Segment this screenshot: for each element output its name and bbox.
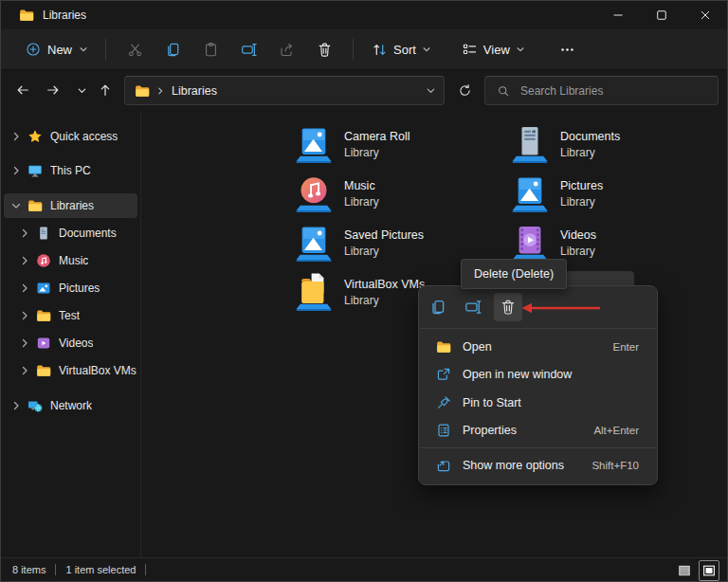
menu-item-properties[interactable]: Properties Alt+Enter <box>423 417 653 446</box>
folder-library-icon <box>296 272 332 312</box>
chevron-right-icon[interactable] <box>19 310 30 321</box>
toolbar-divider <box>105 39 106 60</box>
video-library-icon <box>512 223 548 263</box>
pin-icon <box>436 395 451 410</box>
share-icon <box>279 42 295 58</box>
video-icon <box>36 336 51 351</box>
chevron-down-icon[interactable] <box>10 200 22 211</box>
menu-item-show-more-options[interactable]: Show more options Shift+F10 <box>423 451 653 480</box>
chevron-right-icon[interactable] <box>10 131 22 142</box>
view-button[interactable]: View <box>453 37 534 63</box>
library-item-videos[interactable]: Videos Library <box>504 222 634 264</box>
search-input[interactable] <box>519 83 693 99</box>
sidebar-item-virtualbox-vms[interactable]: VirtualBox VMs <box>4 358 137 383</box>
picture-library-icon <box>512 173 548 213</box>
sidebar-item-documents[interactable]: Documents <box>4 221 137 246</box>
arrow-left-icon <box>15 82 30 98</box>
menu-item-open-in-new-window[interactable]: Open in new window <box>423 361 653 390</box>
rename-quick-action[interactable] <box>459 293 487 321</box>
menu-item-label: Show more options <box>463 459 564 472</box>
annotation-arrow <box>520 301 602 315</box>
delete-tooltip: Delete (Delete) <box>461 259 567 289</box>
clipboard-icon <box>203 42 219 58</box>
sidebar-item-label: Pictures <box>59 282 100 295</box>
folder-icon <box>436 339 451 355</box>
search-box <box>484 76 719 105</box>
menu-item-pin-to-start[interactable]: Pin to Start <box>423 389 653 417</box>
sort-button[interactable]: Sort <box>363 37 440 63</box>
share-button[interactable] <box>267 33 305 65</box>
new-button[interactable]: New <box>18 37 96 62</box>
copy-button[interactable] <box>154 33 191 65</box>
item-type: Library <box>344 194 379 209</box>
sidebar-item-pictures[interactable]: Pictures <box>4 276 137 300</box>
more-options-button[interactable] <box>549 33 587 65</box>
item-type: Library <box>344 293 425 308</box>
view-button-label: View <box>483 43 510 57</box>
properties-icon <box>436 423 451 438</box>
tooltip-text: Delete (Delete) <box>474 267 554 281</box>
picture-library-icon <box>296 223 332 263</box>
library-item-virtualbox-vms[interactable]: VirtualBox VMs Library <box>288 271 433 313</box>
copy-quick-action[interactable] <box>424 293 452 321</box>
item-type: Library <box>344 145 410 160</box>
close-button[interactable] <box>683 1 727 29</box>
network-icon <box>27 398 43 413</box>
sidebar-item-libraries[interactable]: Libraries <box>4 193 137 218</box>
sidebar-item-label: Videos <box>59 336 93 350</box>
trash-icon <box>500 299 517 316</box>
back-button[interactable] <box>9 76 37 104</box>
chevron-right-icon[interactable] <box>19 365 30 376</box>
library-item-pictures[interactable]: Pictures Library <box>504 173 634 214</box>
folder-icon <box>27 198 43 213</box>
chevron-right-icon[interactable] <box>10 165 22 176</box>
chevron-right-icon[interactable] <box>19 255 30 266</box>
rename-button[interactable] <box>229 33 267 65</box>
up-button[interactable] <box>91 76 119 104</box>
picture-library-icon <box>296 124 332 164</box>
details-view-button[interactable] <box>674 560 695 581</box>
library-item-music[interactable]: Music Library <box>288 173 418 214</box>
chevron-right-icon[interactable] <box>19 337 30 349</box>
cut-button[interactable] <box>116 33 154 65</box>
forward-button[interactable] <box>39 76 67 104</box>
sidebar-item-quick-access[interactable]: Quick access <box>4 124 137 149</box>
delete-button[interactable] <box>305 33 343 65</box>
minimize-button[interactable] <box>596 1 640 29</box>
sidebar-item-test[interactable]: Test <box>4 303 137 328</box>
chevron-down-icon <box>77 85 87 96</box>
item-name: Videos <box>560 227 596 244</box>
menu-item-open[interactable]: Open Enter <box>423 333 653 361</box>
refresh-button[interactable] <box>450 76 479 105</box>
large-icons-view-button[interactable] <box>699 560 719 581</box>
library-item-saved-pictures[interactable]: Saved Pictures Library <box>288 222 432 264</box>
chevron-right-icon[interactable] <box>19 282 30 294</box>
sidebar-item-this-pc[interactable]: This PC <box>4 158 137 183</box>
item-name: Saved Pictures <box>344 227 424 244</box>
item-type: Library <box>560 244 596 259</box>
refresh-icon <box>458 83 472 98</box>
toolbar-divider <box>353 39 354 60</box>
library-item-camera-roll[interactable]: Camera Roll Library <box>288 123 418 165</box>
folder-icon <box>36 363 51 378</box>
address-dropdown-icon[interactable] <box>426 85 436 96</box>
sidebar-item-label: VirtualBox VMs <box>59 364 136 377</box>
paste-button[interactable] <box>191 33 229 65</box>
chevron-right-icon[interactable] <box>19 227 30 239</box>
chevron-right-icon[interactable] <box>10 400 22 411</box>
scissors-icon <box>127 42 143 58</box>
sidebar-item-network[interactable]: Network <box>4 393 137 418</box>
rename-icon <box>241 42 257 58</box>
maximize-button[interactable] <box>640 1 683 29</box>
address-bar[interactable]: Libraries <box>124 76 445 105</box>
sidebar-item-videos[interactable]: Videos <box>4 331 137 355</box>
breadcrumb[interactable]: Libraries <box>172 84 217 98</box>
sidebar-item-music[interactable]: Music <box>4 248 137 273</box>
status-divider <box>145 564 146 575</box>
window-title: Libraries <box>43 9 86 22</box>
music-icon <box>36 253 51 268</box>
delete-quick-action[interactable] <box>494 293 522 321</box>
library-item-documents[interactable]: Documents Library <box>504 123 634 165</box>
search-icon <box>497 84 510 98</box>
open-new-window-icon <box>436 367 451 382</box>
